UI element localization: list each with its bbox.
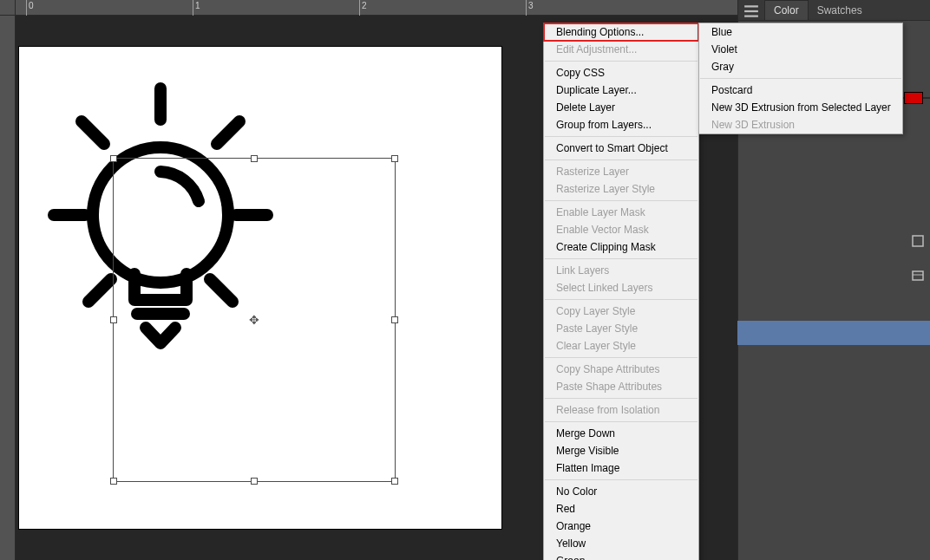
menu-item: Clear Layer Style <box>544 337 698 355</box>
transform-handle[interactable] <box>110 478 117 485</box>
menu-separator <box>545 61 698 62</box>
menu-separator <box>545 479 698 480</box>
menu-item[interactable]: Delete Layer <box>544 99 698 116</box>
menu-item: Paste Shape Attributes <box>544 378 698 395</box>
ruler-corner <box>0 0 16 16</box>
menu-item: Select Linked Layers <box>544 279 698 296</box>
tab-color[interactable]: Color <box>764 0 809 20</box>
context-submenu[interactable]: BlueVioletGrayPostcardNew 3D Extrusion f… <box>698 23 903 134</box>
svg-rect-10 <box>744 10 758 12</box>
menu-item: Paste Layer Style <box>544 320 698 337</box>
transform-handle[interactable] <box>391 316 398 323</box>
svg-line-7 <box>88 279 111 302</box>
menu-item[interactable]: Green <box>544 552 698 560</box>
svg-rect-11 <box>744 16 758 17</box>
menu-item: Enable Vector Mask <box>544 221 698 238</box>
menu-separator <box>545 160 698 160</box>
menu-separator <box>545 357 698 358</box>
menu-item[interactable]: Create Clipping Mask <box>544 238 698 256</box>
svg-line-4 <box>217 121 239 144</box>
document-canvas[interactable]: ✥ <box>19 47 501 529</box>
svg-rect-12 <box>913 236 923 246</box>
menu-item[interactable]: Orange <box>544 518 698 535</box>
menu-item[interactable]: Postcard <box>699 81 902 99</box>
menu-item[interactable]: New 3D Extrusion from Selected Layer <box>699 99 902 116</box>
menu-item[interactable]: Red <box>544 500 698 518</box>
menu-separator <box>545 258 698 259</box>
panel-icon[interactable] <box>911 234 925 248</box>
menu-item: Copy Layer Style <box>544 303 698 320</box>
tab-swatches[interactable]: Swatches <box>809 1 871 20</box>
menu-item[interactable]: Group from Layers... <box>544 116 698 133</box>
menu-item[interactable]: Yellow <box>544 535 698 552</box>
menu-item[interactable]: No Color <box>544 483 698 500</box>
transform-handle[interactable] <box>251 155 258 162</box>
menu-separator <box>700 78 901 79</box>
menu-item[interactable]: Gray <box>699 58 902 75</box>
menu-item[interactable]: Merge Visible <box>544 442 698 459</box>
menu-separator <box>545 200 698 201</box>
menu-item[interactable]: Blending Options... <box>544 23 698 41</box>
transform-handle[interactable] <box>110 155 117 162</box>
panel-menu-icon[interactable] <box>743 3 759 19</box>
svg-rect-13 <box>913 271 923 280</box>
menu-separator <box>545 421 698 422</box>
menu-separator <box>545 136 698 137</box>
menu-item: Copy Shape Attributes <box>544 361 698 378</box>
menu-item: Rasterize Layer Style <box>544 180 698 198</box>
ruler-vertical <box>0 16 16 560</box>
ruler-mark: 2 <box>362 1 367 10</box>
context-menu[interactable]: Blending Options...Edit Adjustment...Cop… <box>543 23 699 560</box>
menu-item[interactable]: Flatten Image <box>544 459 698 477</box>
menu-item: New 3D Extrusion <box>699 116 902 133</box>
ruler-mark: 0 <box>29 1 34 10</box>
layer-row-selected[interactable] <box>737 321 930 345</box>
menu-item: Enable Layer Mask <box>544 204 698 221</box>
svg-line-3 <box>82 121 104 144</box>
menu-item[interactable]: Copy CSS <box>544 64 698 81</box>
transform-center-icon: ✥ <box>248 314 260 326</box>
menu-item: Link Layers <box>544 262 698 279</box>
menu-item[interactable]: Merge Down <box>544 425 698 442</box>
transform-handle[interactable] <box>391 478 398 485</box>
transform-handle[interactable] <box>251 478 258 485</box>
ruler-mark: 3 <box>528 1 534 10</box>
menu-item: Edit Adjustment... <box>544 41 698 58</box>
transform-bounding-box[interactable]: ✥ <box>113 158 396 482</box>
menu-separator <box>545 398 698 399</box>
menu-item[interactable]: Duplicate Layer... <box>544 81 698 99</box>
menu-item[interactable]: Violet <box>699 41 902 58</box>
menu-separator <box>545 299 698 300</box>
menu-item: Release from Isolation <box>544 401 698 419</box>
menu-item[interactable]: Convert to Smart Object <box>544 140 698 157</box>
svg-rect-9 <box>744 5 758 7</box>
transform-handle[interactable] <box>110 316 117 323</box>
transform-handle[interactable] <box>391 155 398 162</box>
color-swatch[interactable] <box>904 92 923 104</box>
menu-item[interactable]: Blue <box>699 23 902 41</box>
panel-icon[interactable] <box>911 269 925 283</box>
ruler-mark: 1 <box>195 1 200 10</box>
menu-item: Rasterize Layer <box>544 163 698 180</box>
